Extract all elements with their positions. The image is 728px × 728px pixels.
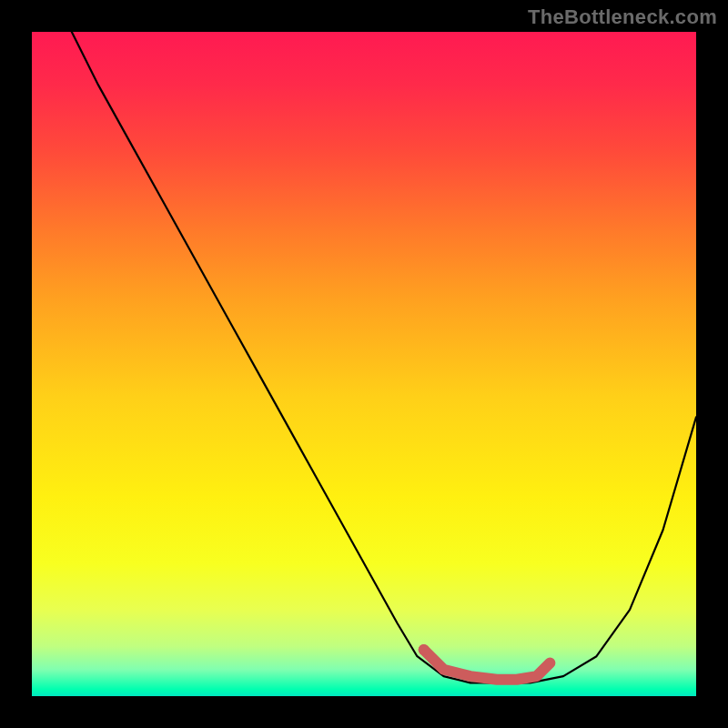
plot-area [32,32,696,696]
svg-point-0 [419,644,430,655]
chart-stage: TheBottleneck.com [0,0,728,728]
bottleneck-curve [72,32,696,682]
watermark-text: TheBottleneck.com [528,5,717,29]
chart-svg [32,32,696,696]
optimal-start-dot [419,644,430,655]
